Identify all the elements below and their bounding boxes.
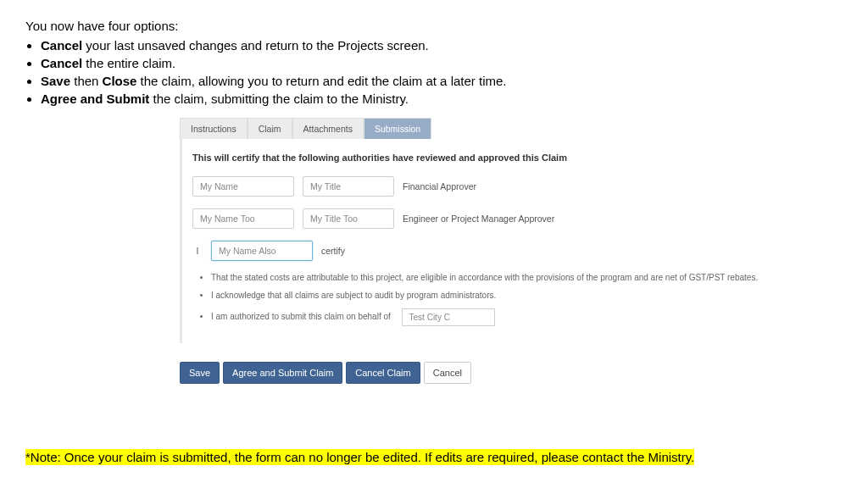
intro-item-1: Cancel your last unsaved changes and ret…	[41, 38, 868, 53]
agree-submit-button[interactable]: Agree and Submit Claim	[223, 362, 342, 384]
tab-claim[interactable]: Claim	[248, 118, 292, 139]
panel-heading: This will certify that the following aut…	[192, 152, 780, 163]
intro-item-4: Agree and Submit the claim, submitting t…	[41, 92, 868, 106]
footnote-text: *Note: Once your claim is submitted, the…	[25, 449, 694, 465]
save-button[interactable]: Save	[180, 362, 220, 384]
behalf-of-input[interactable]: Test City C	[402, 308, 495, 326]
intro-item-3: Save then Close the claim, allowing you …	[41, 74, 868, 88]
certify-suffix: certify	[321, 246, 345, 256]
certify-name-input[interactable]: My Name Also	[211, 241, 313, 261]
cert-item-1: That the stated costs are attributable t…	[211, 273, 780, 282]
instructions-block: You now have four options: Cancel your l…	[0, 0, 868, 106]
approver-row-financial: My Name My Title Financial Approver	[192, 176, 780, 197]
tab-attachments[interactable]: Attachments	[292, 118, 364, 139]
certify-row: I My Name Also certify	[192, 241, 780, 261]
submission-panel: This will certify that the following aut…	[180, 139, 790, 343]
engineer-name-input[interactable]: My Name Too	[192, 208, 294, 229]
tab-instructions[interactable]: Instructions	[180, 118, 248, 139]
cancel-claim-button[interactable]: Cancel Claim	[346, 362, 420, 384]
footnote: *Note: Once your claim is submitted, the…	[25, 450, 694, 464]
cert-item-3: I am authorized to submit this claim on …	[211, 308, 780, 326]
cert-item-2: I acknowledge that all claims are subjec…	[211, 291, 780, 300]
cancel-button[interactable]: Cancel	[424, 362, 471, 384]
financial-name-input[interactable]: My Name	[192, 176, 294, 197]
financial-role-label: Financial Approver	[403, 181, 476, 191]
tab-submission[interactable]: Submission	[364, 118, 431, 139]
intro-item-2: Cancel the entire claim.	[41, 56, 868, 70]
intro-list: Cancel your last unsaved changes and ret…	[41, 38, 868, 106]
intro-lead: You now have four options:	[25, 19, 868, 33]
engineer-title-input[interactable]: My Title Too	[303, 208, 394, 229]
engineer-role-label: Engineer or Project Manager Approver	[403, 214, 554, 224]
action-bar: Save Agree and Submit Claim Cancel Claim…	[180, 362, 868, 384]
certify-prefix: I	[192, 246, 203, 256]
cert-item-3-text: I am authorized to submit this claim on …	[211, 312, 391, 321]
financial-title-input[interactable]: My Title	[303, 176, 394, 197]
certification-list: That the stated costs are attributable t…	[211, 273, 780, 326]
approver-row-engineer: My Name Too My Title Too Engineer or Pro…	[192, 208, 780, 229]
tab-bar: Instructions Claim Attachments Submissio…	[180, 118, 790, 139]
